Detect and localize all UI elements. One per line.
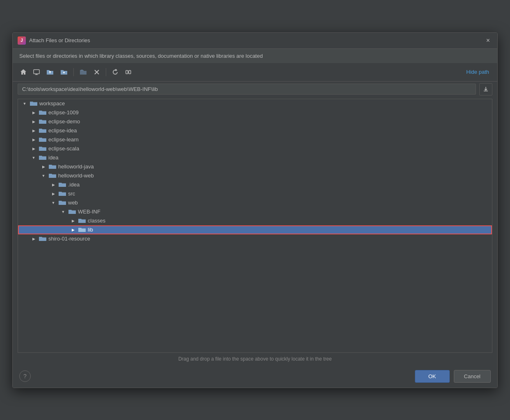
expand-arrow: ▼ bbox=[30, 154, 37, 161]
tree-item-eclipse-scala[interactable]: ▶ eclipse-scala bbox=[18, 144, 492, 153]
expand-arrow: ▼ bbox=[50, 200, 57, 206]
ok-button[interactable]: OK bbox=[415, 370, 450, 383]
folder-icon bbox=[39, 128, 46, 134]
dialog-title: Attach Files or Directories bbox=[29, 37, 90, 43]
tree-label-eclipse-idea: eclipse-idea bbox=[48, 127, 77, 134]
tree-item-helloworld-java[interactable]: ▶ helloworld-java bbox=[18, 162, 492, 171]
folder-up-button[interactable] bbox=[44, 66, 56, 78]
subtitle-text: Select files or directories in which lib… bbox=[19, 53, 263, 59]
path-download-button[interactable] bbox=[479, 83, 492, 95]
tree-label-eclipse-1009: eclipse-1009 bbox=[48, 109, 79, 116]
tree-item-lib[interactable]: ▶ lib bbox=[18, 225, 492, 234]
tree-label-classes: classes bbox=[88, 218, 105, 224]
action-buttons: OK Cancel bbox=[415, 370, 491, 383]
folder-icon bbox=[59, 182, 66, 188]
drag-hint-text: Drag and drop a file into the space abov… bbox=[178, 356, 332, 362]
tree-item-eclipse-idea[interactable]: ▶ eclipse-idea bbox=[18, 126, 492, 135]
folder-icon bbox=[49, 164, 56, 170]
tree-label-dot-idea: .idea bbox=[68, 182, 80, 188]
hide-path-button[interactable]: Hide path bbox=[463, 67, 492, 77]
delete-icon bbox=[94, 69, 100, 75]
folder-icon bbox=[39, 137, 46, 143]
folder-icon bbox=[39, 110, 46, 116]
tree-item-src[interactable]: ▶ src bbox=[18, 189, 492, 198]
tree-item-eclipse-demo[interactable]: ▶ eclipse-demo bbox=[18, 117, 492, 126]
expand-arrow: ▶ bbox=[50, 182, 57, 188]
path-input[interactable] bbox=[18, 84, 476, 95]
tree-item-web[interactable]: ▼ web bbox=[18, 198, 492, 207]
help-button[interactable]: ? bbox=[19, 370, 31, 382]
tree-label-helloworld-web: helloworld-web bbox=[58, 173, 94, 179]
bottom-bar: ? OK Cancel bbox=[13, 365, 497, 388]
expand-arrow: ▶ bbox=[30, 236, 37, 242]
app-icon: J bbox=[18, 36, 26, 45]
title-bar-left: J Attach Files or Directories bbox=[18, 36, 90, 45]
svg-rect-2 bbox=[129, 70, 131, 74]
expand-arrow: ▶ bbox=[70, 227, 76, 233]
tree-label-web-inf: WEB-INF bbox=[78, 209, 100, 215]
tree-label-workspace: workspace bbox=[39, 100, 65, 107]
tree-label-eclipse-scala: eclipse-scala bbox=[48, 145, 79, 152]
expand-arrow: ▶ bbox=[30, 118, 37, 125]
tree-label-helloworld-java: helloworld-java bbox=[58, 163, 94, 170]
delete-button[interactable] bbox=[91, 66, 102, 78]
link-icon bbox=[125, 69, 132, 75]
refresh-icon bbox=[112, 69, 118, 75]
folder-up-icon bbox=[46, 69, 54, 75]
folder-icon bbox=[59, 200, 66, 206]
toolbar-buttons bbox=[18, 66, 134, 78]
title-bar: J Attach Files or Directories × bbox=[13, 33, 497, 49]
folder-icon bbox=[39, 236, 46, 242]
tree-label-lib: lib bbox=[88, 227, 93, 233]
svg-rect-1 bbox=[126, 70, 128, 74]
folder-icon bbox=[49, 173, 56, 179]
folder-icon bbox=[78, 227, 86, 233]
home-button[interactable] bbox=[18, 66, 29, 78]
tree-item-workspace[interactable]: ▼ workspace bbox=[18, 99, 492, 108]
file-tree[interactable]: ▼ workspace ▶ eclipse-1009 ▶ eclipse-dem… bbox=[18, 99, 492, 353]
tree-item-idea[interactable]: ▼ idea bbox=[18, 153, 492, 162]
expand-arrow: ▼ bbox=[60, 209, 66, 215]
expand-arrow: ▶ bbox=[30, 109, 37, 116]
svg-rect-0 bbox=[34, 70, 39, 74]
expand-arrow: ▶ bbox=[50, 191, 57, 197]
tree-label-idea: idea bbox=[48, 154, 59, 161]
attach-dialog: J Attach Files or Directories × Select f… bbox=[12, 32, 498, 388]
expand-arrow: ▶ bbox=[30, 127, 37, 134]
expand-arrow: ▶ bbox=[40, 163, 47, 170]
tree-item-classes[interactable]: ▶ classes bbox=[18, 216, 492, 225]
expand-arrow: ▼ bbox=[21, 100, 28, 107]
folder-icon bbox=[39, 155, 46, 161]
folder-icon bbox=[59, 191, 66, 197]
tree-item-eclipse-1009[interactable]: ▶ eclipse-1009 bbox=[18, 108, 492, 117]
tree-item-eclipse-learn[interactable]: ▶ eclipse-learn bbox=[18, 135, 492, 144]
drag-hint: Drag and drop a file into the space abov… bbox=[18, 353, 492, 365]
toolbar: Hide path bbox=[13, 63, 497, 82]
desktop-icon bbox=[33, 69, 40, 75]
folder-add-icon bbox=[80, 69, 87, 75]
folder-icon bbox=[68, 209, 76, 215]
subtitle-bar: Select files or directories in which lib… bbox=[13, 49, 497, 63]
folder-icon bbox=[78, 218, 86, 224]
separator-2 bbox=[106, 68, 106, 76]
expand-arrow: ▶ bbox=[30, 136, 37, 143]
refresh-button[interactable] bbox=[109, 66, 121, 78]
desktop-button[interactable] bbox=[31, 66, 42, 78]
tree-item-helloworld-web[interactable]: ▼ helloworld-web bbox=[18, 171, 492, 180]
tree-label-eclipse-demo: eclipse-demo bbox=[48, 118, 80, 125]
folder-add-button[interactable] bbox=[77, 66, 89, 78]
folder-new-icon bbox=[60, 69, 68, 75]
tree-item-shiro[interactable]: ▶ shiro-01-resource bbox=[18, 234, 492, 243]
expand-arrow: ▶ bbox=[30, 145, 37, 152]
tree-label-web: web bbox=[68, 200, 78, 206]
link-button[interactable] bbox=[123, 66, 134, 78]
close-button[interactable]: × bbox=[484, 36, 492, 45]
path-bar bbox=[13, 82, 497, 99]
home-icon bbox=[20, 69, 27, 75]
tree-item-dot-idea[interactable]: ▶ .idea bbox=[18, 180, 492, 189]
tree-label-shiro: shiro-01-resource bbox=[48, 236, 90, 242]
folder-new-button[interactable] bbox=[58, 66, 70, 78]
separator-1 bbox=[73, 68, 74, 76]
cancel-button[interactable]: Cancel bbox=[454, 370, 491, 383]
tree-item-web-inf[interactable]: ▼ WEB-INF bbox=[18, 207, 492, 216]
